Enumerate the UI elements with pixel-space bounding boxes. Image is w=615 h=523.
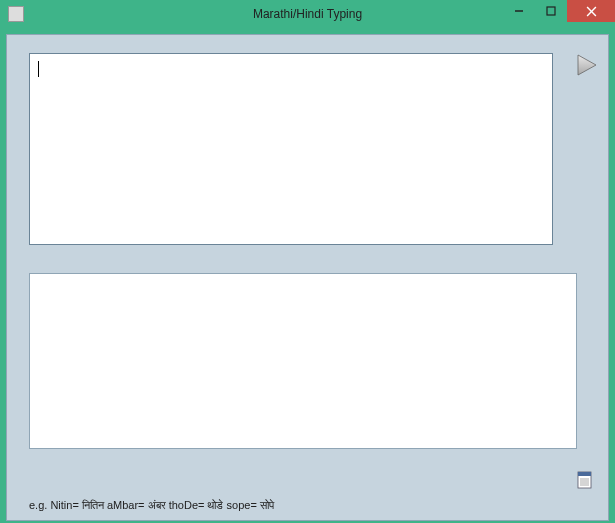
convert-button[interactable] [574, 53, 598, 77]
svg-rect-1 [547, 7, 555, 15]
maximize-button[interactable] [535, 0, 567, 22]
svg-rect-6 [578, 472, 591, 476]
text-cursor [38, 61, 39, 77]
app-icon [8, 6, 24, 22]
minimize-button[interactable] [503, 0, 535, 22]
client-area: e.g. Nitin= नितिन aMbar= अंबर thoDe= थोड… [6, 34, 609, 521]
copy-button[interactable] [576, 470, 594, 490]
titlebar[interactable]: Marathi/Hindi Typing [0, 0, 615, 28]
input-textarea[interactable] [29, 53, 553, 245]
close-button[interactable] [567, 0, 615, 22]
svg-marker-4 [578, 55, 596, 75]
window-title: Marathi/Hindi Typing [253, 7, 362, 21]
window-controls [503, 0, 615, 22]
output-textarea[interactable] [29, 273, 577, 449]
example-hint: e.g. Nitin= नितिन aMbar= अंबर thoDe= थोड… [29, 499, 274, 512]
